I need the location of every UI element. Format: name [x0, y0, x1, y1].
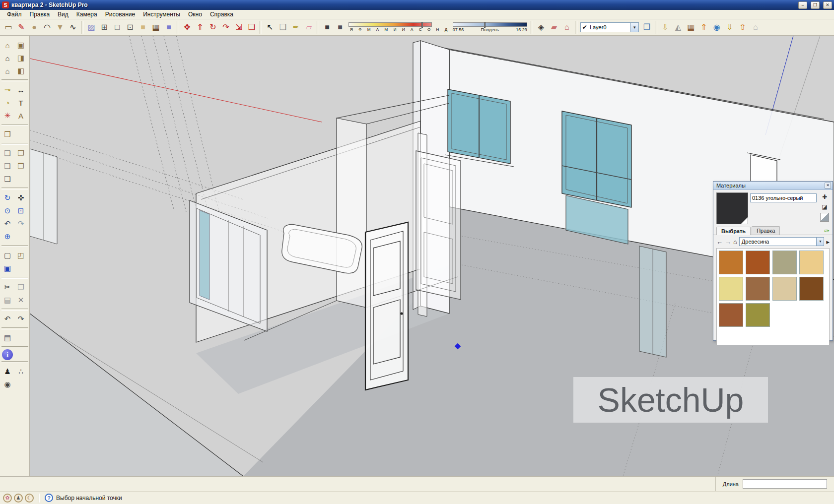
tape-measure[interactable]: ⊸: [1, 83, 14, 96]
axes-tool[interactable]: ✳: [1, 109, 14, 122]
shadow-settings[interactable]: ■: [321, 21, 334, 34]
view-back[interactable]: ⌂: [1, 64, 14, 77]
material-swatch-10[interactable]: [746, 303, 770, 327]
arc-tool[interactable]: ◠: [41, 21, 54, 34]
material-swatch-4[interactable]: [799, 251, 824, 274]
tab-select[interactable]: Выбрать: [716, 227, 751, 235]
credit-status-icon[interactable]: ♟: [14, 494, 23, 503]
outer-shell-tool[interactable]: ❐: [1, 128, 14, 141]
length-input[interactable]: [743, 479, 827, 489]
maximize-button[interactable]: ❐: [811, 1, 820, 9]
default-paint-button[interactable]: ◪: [820, 203, 829, 211]
orbit-tool[interactable]: ↻: [1, 191, 14, 204]
look-around[interactable]: ◉: [1, 378, 14, 391]
add-location[interactable]: ⇩: [659, 21, 672, 34]
home-icon[interactable]: ⌂: [733, 239, 737, 245]
face-style-back-edges[interactable]: ⊞: [98, 21, 111, 34]
eraser-tool[interactable]: ▱: [302, 21, 315, 34]
toggle-terrain[interactable]: ◭: [672, 21, 685, 34]
sample-paint-icon[interactable]: [820, 213, 829, 222]
tab-edit[interactable]: Правка: [752, 226, 780, 235]
share-component[interactable]: ⌂: [749, 21, 762, 34]
create-material-button[interactable]: ✚: [820, 193, 829, 201]
face-style-textured[interactable]: ▦: [149, 21, 162, 34]
face-style-xray[interactable]: ▨: [85, 21, 98, 34]
circle-tool[interactable]: ●: [28, 21, 41, 34]
menu-tools[interactable]: Инструменты: [139, 10, 184, 18]
menu-view[interactable]: Вид: [54, 10, 72, 18]
open-file[interactable]: ◰: [14, 249, 28, 262]
model-status-icon[interactable]: ☾: [25, 494, 34, 503]
collection-dropdown-arrow-icon[interactable]: ▼: [816, 238, 824, 246]
shadow-toggle[interactable]: ■: [334, 21, 347, 34]
polygon-tool[interactable]: ▼: [54, 21, 67, 34]
material-name-input[interactable]: [750, 193, 817, 202]
cut[interactable]: ✂: [1, 281, 14, 294]
material-swatch-3[interactable]: [772, 251, 797, 274]
zoom-previous[interactable]: ↶: [1, 217, 14, 230]
get-models[interactable]: ⇓: [723, 21, 736, 34]
forward-arrow-icon[interactable]: →: [725, 239, 731, 245]
eyedropper-icon[interactable]: ✑: [824, 227, 830, 235]
shadow-time-slider[interactable]: 07:56 Полдень 16:29: [453, 22, 527, 32]
preview-in-google-earth[interactable]: ⇑: [697, 21, 710, 34]
push-pull-tool[interactable]: ⇑: [194, 21, 207, 34]
face-style-hidden-line[interactable]: ⊡: [124, 21, 137, 34]
materials-close-icon[interactable]: ✕: [825, 183, 831, 189]
walk-tool[interactable]: ∴: [14, 365, 28, 378]
layer-manager[interactable]: ❒: [640, 21, 653, 34]
material-swatch-1[interactable]: [719, 251, 743, 274]
material-swatch-8[interactable]: [799, 277, 824, 301]
layer-dropdown-arrow-icon[interactable]: ▼: [630, 23, 638, 32]
details-arrow-icon[interactable]: ▸: [826, 239, 830, 245]
delete[interactable]: ✕: [14, 294, 28, 307]
print[interactable]: ▤: [1, 331, 14, 344]
material-swatch-2[interactable]: [746, 251, 770, 274]
north-compass[interactable]: ◈: [535, 21, 548, 34]
menu-window[interactable]: Окно: [184, 10, 206, 18]
material-swatch-5[interactable]: [719, 277, 743, 301]
undo[interactable]: ↶: [1, 313, 14, 325]
paste[interactable]: ▤: [1, 294, 14, 307]
line-tool[interactable]: ✎: [15, 21, 28, 34]
solid-subtract[interactable]: ❑: [1, 160, 14, 173]
menu-draw[interactable]: Рисование: [101, 10, 139, 18]
menu-help[interactable]: Справка: [206, 10, 237, 18]
shadow-date-gradient[interactable]: [348, 22, 432, 27]
dimensions-tool[interactable]: ↔: [14, 83, 28, 96]
save-file[interactable]: ▣: [1, 262, 14, 275]
view-left[interactable]: ◧: [14, 64, 28, 77]
help-icon[interactable]: ?: [45, 494, 53, 502]
select-tool[interactable]: ↖: [264, 21, 277, 34]
offset-tool[interactable]: ❏: [245, 21, 258, 34]
zoom-extents[interactable]: ⊕: [1, 230, 14, 243]
redo[interactable]: ↷: [14, 313, 28, 325]
view-top[interactable]: ▣: [14, 39, 28, 52]
shadow-date-handle[interactable]: [421, 22, 423, 28]
rotate-tool[interactable]: ↻: [207, 21, 219, 34]
face-style-wireframe[interactable]: □: [111, 21, 124, 34]
zoom-window-tool[interactable]: ⊡: [14, 204, 28, 217]
zoom-next[interactable]: ↷: [14, 217, 28, 230]
section-plane-tool[interactable]: ▰: [548, 21, 560, 34]
freehand-tool[interactable]: ∿: [67, 21, 79, 34]
copy[interactable]: ❐: [14, 281, 28, 294]
share-model[interactable]: ⇧: [736, 21, 749, 34]
shadow-time-gradient[interactable]: [453, 22, 527, 27]
minimize-button[interactable]: –: [798, 1, 807, 9]
follow-me-tool[interactable]: ↷: [219, 21, 232, 34]
scale-tool[interactable]: ⇲: [232, 21, 245, 34]
model-info-button[interactable]: i: [2, 349, 13, 360]
material-swatch-7[interactable]: [772, 277, 797, 301]
close-button[interactable]: ✕: [823, 1, 832, 9]
zoom-tool[interactable]: ⊙: [1, 204, 14, 217]
rectangle-tool[interactable]: ▭: [2, 21, 15, 34]
protractor[interactable]: ◔: [1, 96, 14, 109]
material-swatch-9[interactable]: [719, 303, 743, 327]
menu-edit[interactable]: Правка: [26, 10, 54, 18]
solid-union[interactable]: ❐: [14, 147, 28, 160]
shadow-time-handle[interactable]: [484, 22, 486, 28]
menu-camera[interactable]: Камера: [72, 10, 101, 18]
materials-panel-titlebar[interactable]: Материалы ✕: [713, 182, 833, 190]
3d-text-tool[interactable]: A: [14, 109, 28, 122]
